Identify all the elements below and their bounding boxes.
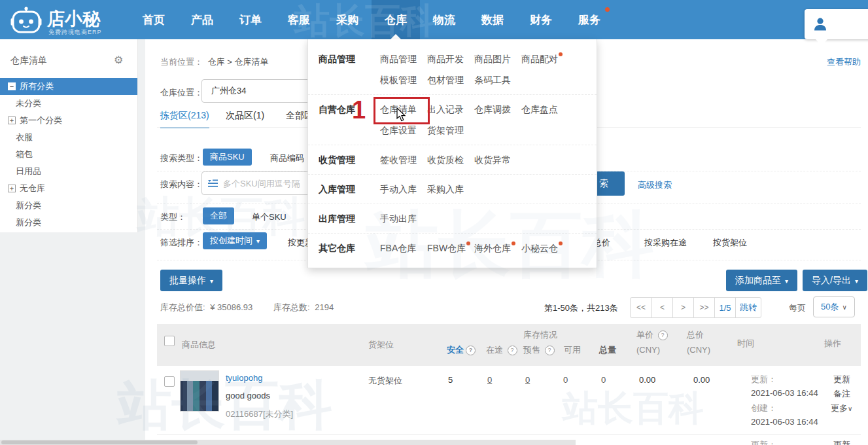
menu-item-product-develop[interactable]: 商品开发 bbox=[427, 48, 474, 69]
sort-by-created-dropdown[interactable]: 按创建时间▾ bbox=[203, 232, 267, 249]
pagination-first-button[interactable]: << bbox=[631, 298, 651, 317]
scrollbar-thumb[interactable] bbox=[1, 440, 198, 444]
col-product-info: 商品信息 bbox=[182, 339, 216, 351]
cell-presale-link[interactable]: 0 bbox=[525, 375, 530, 385]
row-checkbox[interactable] bbox=[164, 376, 175, 387]
row-update-link[interactable]: 更新 bbox=[833, 439, 850, 445]
sidebar-item-new-category-1[interactable]: 新分类 bbox=[0, 197, 137, 214]
menu-item-manual-inbound[interactable]: 手动入库 bbox=[380, 179, 427, 200]
sidebar-item-all-categories[interactable]: − 所有分类 bbox=[0, 78, 137, 95]
sidebar-item-first-category[interactable]: + 第一个分类 bbox=[0, 112, 137, 129]
warehouse-location-label: 仓库位置： bbox=[160, 87, 203, 99]
expand-icon[interactable]: + bbox=[8, 185, 16, 192]
search-type-code-option[interactable]: 商品编码 bbox=[270, 152, 304, 164]
menu-item-product-pairing[interactable]: 商品配对 bbox=[521, 48, 568, 69]
nav-item-products[interactable]: 产品 bbox=[178, 0, 226, 39]
nav-item-logistics[interactable]: 物流 bbox=[420, 0, 468, 39]
menu-item-overseas-warehouse[interactable]: 海外仓库 bbox=[474, 238, 521, 258]
search-type-sku-tag[interactable]: 商品SKU bbox=[203, 149, 252, 166]
row-update-link[interactable]: 更新 bbox=[833, 374, 850, 385]
menu-item-receive-qc[interactable]: 收货质检 bbox=[427, 149, 474, 170]
import-export-button[interactable]: 导入/导出▾ bbox=[803, 270, 867, 291]
sidebar-item-bags[interactable]: 箱包 bbox=[0, 146, 137, 163]
sidebar-item-new-category-2[interactable]: 新分类 bbox=[0, 214, 137, 231]
menu-item-template-manage[interactable]: 模板管理 bbox=[380, 69, 427, 90]
sort-by-shelf-option[interactable]: 按货架位 bbox=[713, 237, 747, 249]
menu-item-xiaomi-cloud-warehouse[interactable]: 小秘云仓 bbox=[521, 238, 568, 258]
menu-item-stocktake[interactable]: 仓库盘点 bbox=[521, 99, 568, 120]
type-all-tag[interactable]: 全部 bbox=[203, 207, 234, 224]
tab-defect-zone[interactable]: 次品区(1) bbox=[226, 110, 264, 122]
horizontal-scrollbar[interactable] bbox=[0, 440, 576, 445]
menu-item-receive-abnormal[interactable]: 收货异常 bbox=[474, 149, 521, 170]
sidebar-item-clothes[interactable]: 衣服 bbox=[0, 129, 137, 146]
collapse-icon[interactable]: − bbox=[8, 82, 16, 90]
menu-item-manual-outbound[interactable]: 手动出库 bbox=[380, 208, 427, 229]
col-safe-label: 安全 bbox=[447, 345, 464, 355]
menu-item-inout-records[interactable]: 出入记录 bbox=[427, 99, 474, 120]
dianxiaomi-logo-icon[interactable] bbox=[10, 5, 42, 38]
nav-item-home[interactable]: 首页 bbox=[130, 0, 178, 39]
updated-time: 2021-06-03 16:44 bbox=[751, 388, 818, 398]
menu-item-fbw-warehouse[interactable]: FBW仓库 bbox=[427, 238, 474, 258]
row-note-link[interactable]: 备注 bbox=[833, 388, 850, 400]
help-icon[interactable]: ? bbox=[466, 346, 476, 355]
product-description: good goods bbox=[226, 391, 270, 400]
menu-item-purchase-inbound[interactable]: 采购入库 bbox=[427, 179, 474, 200]
created-label: 创建： bbox=[751, 402, 776, 414]
per-page-select[interactable]: 50条 ∨ bbox=[813, 296, 855, 317]
user-account-popup[interactable] bbox=[805, 9, 868, 39]
pagination-prev-button[interactable]: < bbox=[651, 298, 672, 317]
erp-warehouse-screen: 店小秘 免费跨境电商ERP 首页 产品 订单 客服 采购 仓库 物流 数据 财务… bbox=[0, 0, 868, 445]
nav-item-data[interactable]: 数据 bbox=[468, 0, 517, 39]
sort-label: 筛选排序： bbox=[160, 237, 203, 249]
bulk-actions-button[interactable]: 批量操作▾ bbox=[160, 270, 222, 291]
menu-item-product-images[interactable]: 商品图片 bbox=[474, 48, 521, 69]
nav-item-services[interactable]: 服务 bbox=[565, 0, 614, 39]
per-page-label: 每页 bbox=[789, 302, 806, 314]
tab-picking-zone[interactable]: 拣货区(213) bbox=[160, 110, 209, 128]
per-page-value: 50条 bbox=[821, 301, 839, 313]
nav-item-finance[interactable]: 财务 bbox=[517, 0, 565, 39]
sort-by-purchase-transit-option[interactable]: 按采购在途 bbox=[644, 237, 687, 249]
nav-item-purchase[interactable]: 采购 bbox=[323, 0, 372, 39]
nav-item-service[interactable]: 客服 bbox=[275, 0, 323, 39]
select-all-checkbox[interactable] bbox=[164, 336, 175, 346]
nav-item-services-label: 服务 bbox=[578, 12, 600, 27]
mouse-cursor-icon bbox=[396, 108, 406, 124]
product-image[interactable] bbox=[180, 370, 219, 412]
help-icon[interactable]: ? bbox=[508, 346, 517, 355]
nav-item-orders[interactable]: 订单 bbox=[226, 0, 275, 39]
menu-item-packaging-manage[interactable]: 包材管理 bbox=[427, 69, 474, 90]
sidebar-item-uncategorized[interactable]: 未分类 bbox=[0, 95, 137, 112]
type-single-sku-option[interactable]: 单个SKU bbox=[252, 211, 286, 223]
help-icon[interactable]: ? bbox=[658, 330, 668, 340]
product-title-link[interactable]: tyuiopohg bbox=[226, 373, 262, 383]
menu-item-sign-manage[interactable]: 签收管理 bbox=[380, 149, 427, 170]
menu-item-fba-warehouse[interactable]: FBA仓库 bbox=[380, 238, 427, 258]
category-list: − 所有分类 未分类 + 第一个分类 衣服 箱包 日用品 + 无仓库 新分类 新… bbox=[0, 78, 137, 231]
advanced-search-link[interactable]: 高级搜索 bbox=[638, 179, 672, 191]
pagination-last-button[interactable]: >> bbox=[693, 298, 714, 317]
pagination-jump-button[interactable]: 跳转 bbox=[735, 298, 761, 317]
pagination-next-button[interactable]: > bbox=[672, 298, 693, 317]
menu-item-shelf-manage[interactable]: 货架管理 bbox=[427, 120, 474, 141]
col-total-price-label: 总价 bbox=[687, 329, 704, 341]
expand-icon[interactable]: + bbox=[8, 116, 16, 124]
logo-title[interactable]: 店小秘 bbox=[47, 7, 100, 31]
row-more-link[interactable]: 更多∨ bbox=[831, 402, 852, 414]
caret-down-icon: ∨ bbox=[842, 304, 847, 311]
add-product-to-button[interactable]: 添加商品至▾ bbox=[726, 270, 797, 291]
menu-item-barcode-tools[interactable]: 条码工具 bbox=[474, 69, 521, 90]
sidebar-item-no-warehouse[interactable]: + 无仓库 bbox=[0, 180, 137, 197]
view-help-link[interactable]: 查看帮助 bbox=[827, 56, 861, 68]
help-icon[interactable]: ? bbox=[545, 346, 555, 355]
cell-transit-link[interactable]: 0 bbox=[487, 375, 492, 385]
sidebar-item-daily[interactable]: 日用品 bbox=[0, 163, 137, 180]
sidebar-item-label: 未分类 bbox=[16, 98, 41, 109]
gear-icon[interactable]: ⚙ bbox=[114, 54, 123, 66]
menu-item-warehouse-transfer[interactable]: 仓库调拨 bbox=[474, 99, 521, 120]
menu-item-product-manage[interactable]: 商品管理 bbox=[380, 48, 427, 69]
cell-unit-price: 0.00 bbox=[639, 375, 655, 385]
nav-item-warehouse[interactable]: 仓库 bbox=[372, 0, 420, 39]
